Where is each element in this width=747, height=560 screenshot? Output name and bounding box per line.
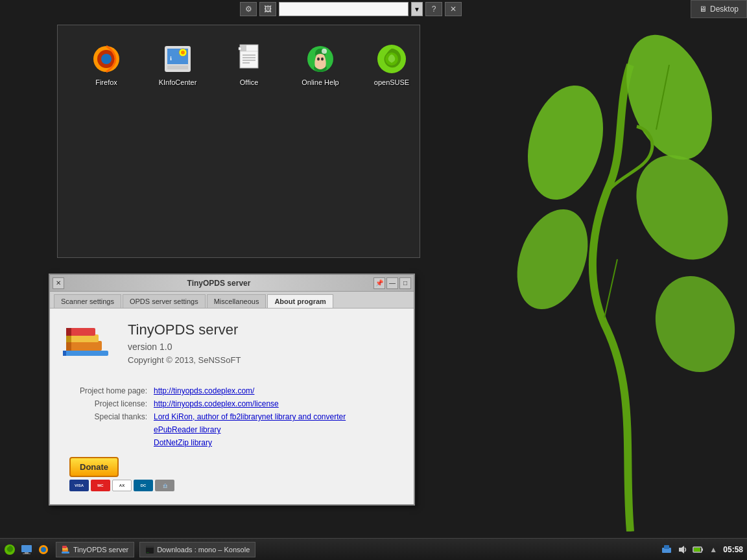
svg-rect-43 xyxy=(63,351,66,356)
project-home-label: Project home page: xyxy=(63,386,147,395)
tinyopds-window: ✕ TinyOPDS server 📌 — □ Scanner settings… xyxy=(49,274,415,506)
desktop: ⚙ 🖼 ▼ ? ✕ 🖥 Desktop Fire xyxy=(0,0,747,560)
about-app-name: TinyOPDS server xyxy=(128,321,401,338)
svg-text:ℹ: ℹ xyxy=(170,56,172,62)
desktop-icons-area: Firefox ℹ KInfoCenter xyxy=(57,25,420,258)
tab-opds[interactable]: OPDS server settings xyxy=(123,294,206,308)
taskbar-tinyopds-label: TinyOPDS server xyxy=(73,546,128,554)
toolbar-help-button[interactable]: ? xyxy=(425,2,442,16)
window-titlebar: ✕ TinyOPDS server 📌 — □ xyxy=(50,275,414,292)
special-thanks-link1[interactable]: Lord KiRon, author of fb2librarynet libr… xyxy=(154,412,346,421)
about-info: TinyOPDS server version 1.0 Copyright © … xyxy=(128,321,401,365)
special-thanks-label: Special thanks: xyxy=(63,412,147,421)
onlinehelp-icon-img xyxy=(305,43,336,75)
window-close-button[interactable]: ✕ xyxy=(53,277,64,289)
svg-point-2 xyxy=(618,139,746,276)
svg-rect-36 xyxy=(66,341,102,351)
about-link-row-home: Project home page: http://tinyopds.codep… xyxy=(63,386,401,395)
taskbar-tinyopds-app[interactable]: TinyOPDS server xyxy=(56,542,134,557)
taskbar-center: _ Downloads : mono – Konsole xyxy=(134,542,661,557)
systray-audio-icon[interactable] xyxy=(676,544,688,555)
special-thanks-label2 xyxy=(63,425,147,434)
svg-point-13 xyxy=(101,54,112,64)
discover-card-icon: DC xyxy=(134,480,153,491)
window-tabs: Scanner settings OPDS server settings Mi… xyxy=(50,292,414,309)
kinfocenter-icon-label: KInfoCenter xyxy=(159,78,197,86)
about-copyright: Copyright © 2013, SeNSSoFT xyxy=(128,355,401,365)
svg-rect-42 xyxy=(63,351,108,356)
opensuse-icon-img xyxy=(376,43,407,75)
toolbar-image-button[interactable]: 🖼 xyxy=(259,2,276,16)
toolbar-left: ⚙ 🖼 ▼ ? ✕ xyxy=(240,2,462,16)
window-content: TinyOPDS server version 1.0 Copyright © … xyxy=(50,309,414,504)
systray-network-icon[interactable] xyxy=(661,544,672,555)
svg-point-0 xyxy=(610,23,728,172)
project-license-url[interactable]: http://tinyopds.codeplex.com/license xyxy=(154,399,279,408)
firefox-icon-label: Firefox xyxy=(95,78,117,86)
desktop-icon-onlinehelp[interactable]: Online Help xyxy=(285,38,356,135)
mc-card-icon: MC xyxy=(91,480,110,491)
firefox-icon-img xyxy=(91,43,122,75)
about-header: TinyOPDS server version 1.0 Copyright © … xyxy=(63,321,401,373)
desktop-icon-kinfocenter[interactable]: ℹ KInfoCenter xyxy=(142,38,213,135)
about-version: version 1.0 xyxy=(128,342,401,352)
taskbar-left: TinyOPDS server xyxy=(0,542,134,557)
tab-about[interactable]: About program xyxy=(267,294,333,308)
desktop-icon-glyph: 🖥 xyxy=(699,5,707,14)
svg-point-1 xyxy=(516,77,615,208)
office-icon-label: Office xyxy=(240,78,259,86)
about-link-row-license: Project license: http://tinyopds.codeple… xyxy=(63,399,401,408)
toolbar-search-input[interactable] xyxy=(279,2,409,16)
amex-card-icon: AX xyxy=(112,480,132,491)
special-thanks-label3 xyxy=(63,438,147,447)
svg-point-4 xyxy=(645,267,746,381)
desktop-icon-opensuse[interactable]: openSUSE xyxy=(356,38,427,135)
onlinehelp-icon-label: Online Help xyxy=(302,78,338,86)
desktop-button[interactable]: 🖥 Desktop xyxy=(691,0,747,18)
about-link-row-epub: ePubReader library xyxy=(63,425,401,434)
svg-point-49 xyxy=(41,547,46,552)
window-maximize-button[interactable]: □ xyxy=(399,277,411,289)
svg-point-33 xyxy=(321,58,324,61)
svg-rect-62 xyxy=(694,548,700,552)
donate-button[interactable]: Donate xyxy=(69,457,119,477)
toolbar-search-dropdown[interactable]: ▼ xyxy=(411,2,423,16)
tab-scanner[interactable]: Scanner settings xyxy=(54,294,121,308)
taskbar: TinyOPDS server _ Downloads : mono – Kon… xyxy=(0,538,747,560)
svg-line-10 xyxy=(604,259,617,318)
svg-point-3 xyxy=(504,200,601,320)
desktop-icon-office[interactable]: Office xyxy=(213,38,285,135)
top-toolbar: ⚙ 🖼 ▼ ? ✕ 🖥 Desktop xyxy=(0,0,747,22)
about-link-row-dotnet: DotNetZip library xyxy=(63,438,401,447)
toolbar-right: 🖥 Desktop xyxy=(691,0,747,18)
svg-rect-58 xyxy=(664,545,669,549)
systray-battery-icon[interactable] xyxy=(692,544,704,555)
about-link-row-thanks: Special thanks: Lord KiRon, author of fb… xyxy=(63,412,401,421)
window-pin-button[interactable]: 📌 xyxy=(374,277,385,289)
svg-rect-27 xyxy=(239,47,241,50)
svg-marker-59 xyxy=(679,546,684,554)
plant-decoration xyxy=(423,0,747,531)
project-home-url[interactable]: http://tinyopds.codeplex.com/ xyxy=(154,386,254,395)
opensuse-icon-label: openSUSE xyxy=(374,78,409,86)
taskbar-time: 05:58 xyxy=(723,545,743,554)
toolbar-close-button[interactable]: ✕ xyxy=(445,2,462,16)
taskbar-console-button[interactable]: _ Downloads : mono – Konsole xyxy=(139,542,255,557)
svg-rect-61 xyxy=(702,548,703,551)
special-thanks-link2[interactable]: ePubReader library xyxy=(154,425,220,434)
window-minimize-button[interactable]: — xyxy=(386,277,398,289)
taskbar-icon-1[interactable] xyxy=(3,542,17,557)
titlebar-controls-left: ✕ xyxy=(53,277,64,289)
special-thanks-link3[interactable]: DotNetZip library xyxy=(154,438,212,447)
toolbar-settings-button[interactable]: ⚙ xyxy=(240,2,257,16)
taskbar-right: ▲ 05:58 xyxy=(661,544,747,555)
desktop-icon-firefox[interactable]: Firefox xyxy=(71,38,142,135)
svg-point-32 xyxy=(317,58,320,61)
taskbar-icon-3[interactable] xyxy=(36,542,51,557)
about-logo xyxy=(63,321,115,373)
systray-arrow-up-icon[interactable]: ▲ xyxy=(707,544,719,555)
taskbar-icon-2[interactable] xyxy=(19,542,34,557)
svg-rect-37 xyxy=(66,341,71,351)
tab-misc[interactable]: Miscellaneous xyxy=(207,294,267,308)
svg-rect-41 xyxy=(66,328,71,336)
